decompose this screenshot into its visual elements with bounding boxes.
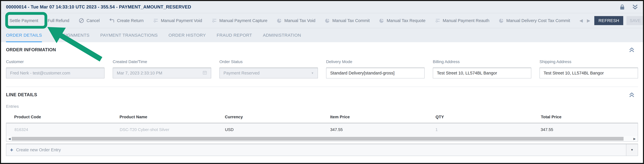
tax-pie-icon: [277, 18, 282, 23]
refresh-button[interactable]: REFRESH: [594, 16, 623, 25]
created-datetime-label: Created Date/Time: [113, 59, 211, 64]
cell-product-name: DSC-T20 Cyber-shot Silver: [112, 127, 217, 132]
column-product-name: Product Name: [112, 115, 217, 119]
shipping-address-field-group: Shipping Address Test Street 10, LL574BL…: [540, 59, 638, 78]
shipping-address-label: Shipping Address: [540, 59, 638, 64]
scroll-right-arrow[interactable]: ▶: [632, 137, 637, 140]
title-bar: 00000014 - Tue Mar 07 14:33:10 UTC 2023 …: [1, 1, 643, 13]
customer-label: Customer: [6, 59, 104, 64]
tab-administration[interactable]: ADMINISTRATION: [263, 28, 301, 42]
billing-address-label: Billing Address: [433, 59, 531, 64]
manual-tax-requote-button[interactable]: Manual Tax Requote: [379, 18, 425, 23]
created-datetime-field-group: Created Date/Time Mar 7, 2023 2:33:10 PM: [113, 59, 211, 78]
delivery-mode-label: Delivery Mode: [326, 59, 424, 64]
cell-item-price: 347.55: [322, 127, 427, 132]
order-details-panel: ORDER INFORMATION Customer Fred Nerk - t…: [1, 42, 643, 163]
manual-tax-commit-label: Manual Tax Commit: [332, 18, 370, 23]
create-new-order-entry-button[interactable]: + Create new Order Entry: [6, 144, 626, 156]
manual-tax-requote-label: Manual Tax Requote: [386, 18, 425, 23]
horizontal-scrollbar: ◀ ▶: [6, 136, 638, 141]
shipping-address-value: Test Street 10, LL574BL Bangor: [544, 71, 634, 75]
payment-key-icon: [153, 18, 158, 23]
entries-table: 816324 DSC-T20 Cyber-shot Silver USD 347…: [6, 123, 638, 142]
entries-table-header: Product Code Product Name Currency Item …: [6, 115, 638, 119]
created-datetime-field: Mar 7, 2023 2:33:10 PM: [113, 68, 211, 78]
next-item-arrow[interactable]: ▶: [587, 18, 590, 23]
create-entry-dropdown-button[interactable]: ▼: [626, 144, 638, 156]
tab-order-details[interactable]: ORDER DETAILS: [6, 28, 42, 42]
order-tabs: ORDER DETAILS CONSIGNMENTS PAYMENT TRANS…: [1, 28, 643, 42]
delivery-mode-field-group: Delivery Mode Standard Delivery[standard…: [326, 59, 424, 78]
manual-payment-void-button[interactable]: Manual Payment Void: [153, 18, 202, 23]
shipping-address-field[interactable]: Test Street 10, LL574BL Bangor: [540, 68, 638, 78]
full-refund-button[interactable]: Full Refund: [48, 18, 69, 23]
tax-pie-icon: [379, 18, 384, 23]
manual-payment-void-label: Manual Payment Void: [161, 18, 202, 23]
tab-consignments[interactable]: CONSIGNMENTS: [53, 28, 90, 42]
create-return-button[interactable]: Create Return: [109, 18, 144, 23]
manual-payment-capture-label: Manual Payment Capture: [220, 18, 268, 23]
customer-field-group: Customer Fred Nerk - test@customer.com: [6, 59, 104, 78]
chevron-down-icon: ▼: [630, 148, 634, 152]
manual-payment-reauth-label: Manual Payment Reauth: [443, 18, 489, 23]
column-product-code: Product Code: [6, 115, 112, 119]
column-qty: QTY: [428, 115, 533, 119]
toolbar-right-controls: ◀ ▶ REFRESH SAVE: [580, 16, 644, 25]
order-information-heading: ORDER INFORMATION: [6, 47, 56, 52]
tab-fraud-report[interactable]: FRAUD REPORT: [216, 28, 252, 42]
order-status-value: Payment Reserved: [224, 71, 309, 75]
order-status-label: Order Status: [220, 59, 318, 64]
tab-payment-transactions[interactable]: PAYMENT TRANSACTIONS: [100, 28, 158, 42]
cancel-label: Cancel: [86, 18, 100, 23]
previous-item-arrow[interactable]: ◀: [580, 18, 583, 23]
payment-key-icon: [212, 18, 217, 23]
order-backoffice-window: 00000014 - Tue Mar 07 14:33:10 UTC 2023 …: [0, 0, 644, 164]
double-chevron-down-icon[interactable]: [632, 4, 638, 10]
scrollbar-thumb[interactable]: [12, 137, 624, 141]
actions-toolbar: Settle Payment Full Refund Cancel Create…: [1, 13, 643, 28]
billing-address-value: Test Street 10, LL574BL Bangor: [437, 71, 527, 75]
save-button[interactable]: SAVE: [626, 16, 644, 25]
column-total-price: Total Price: [532, 115, 638, 119]
created-datetime-value: Mar 7, 2023 2:33:10 PM: [117, 71, 200, 75]
title-bar-icons: [620, 4, 638, 10]
cancel-icon: [79, 18, 84, 23]
manual-delivery-cost-tax-commit-button[interactable]: Manual Delivery Cost Tax Commit: [499, 18, 570, 23]
manual-tax-commit-button[interactable]: Manual Tax Commit: [325, 18, 370, 23]
manual-delivery-cost-tax-commit-label: Manual Delivery Cost Tax Commit: [506, 18, 570, 23]
chevron-down-icon: ▼: [311, 72, 314, 75]
tab-order-history[interactable]: ORDER HISTORY: [168, 28, 206, 42]
create-new-order-entry-row[interactable]: + Create new Order Entry ▼: [6, 144, 638, 156]
settle-payment-button[interactable]: Settle Payment: [10, 18, 38, 23]
scroll-left-arrow[interactable]: ◀: [7, 137, 12, 140]
manual-payment-capture-button[interactable]: Manual Payment Capture: [212, 18, 268, 23]
cell-total-price: 347.55: [532, 127, 638, 132]
lock-icon[interactable]: [620, 4, 624, 10]
collapse-line-details-icon[interactable]: [629, 92, 634, 97]
return-arrow-icon: [109, 18, 114, 23]
full-refund-label: Full Refund: [48, 18, 69, 23]
column-currency: Currency: [216, 115, 322, 119]
delivery-mode-value: Standard Delivery[standard-gross]: [330, 71, 420, 75]
order-information-fields: Customer Fred Nerk - test@customer.com C…: [6, 59, 638, 78]
billing-address-field-group: Billing Address Test Street 10, LL574BL …: [433, 59, 531, 78]
cell-qty: 1: [427, 127, 532, 132]
create-entry-label: Create new Order Entry: [16, 148, 61, 152]
settle-payment-label: Settle Payment: [10, 18, 38, 23]
cancel-button[interactable]: Cancel: [79, 18, 100, 23]
line-details-heading: LINE DETAILS: [6, 92, 37, 97]
calendar-icon: [202, 70, 207, 76]
manual-tax-void-button[interactable]: Manual Tax Void: [277, 18, 315, 23]
collapse-order-information-icon[interactable]: [629, 47, 634, 52]
billing-address-field[interactable]: Test Street 10, LL574BL Bangor: [433, 68, 531, 78]
delivery-mode-field[interactable]: Standard Delivery[standard-gross]: [326, 68, 424, 78]
entries-label: Entries: [6, 104, 638, 109]
customer-field: Fred Nerk - test@customer.com: [6, 68, 104, 78]
column-item-price: Item Price: [322, 115, 428, 119]
order-status-field-group: Order Status Payment Reserved ▼: [220, 59, 318, 78]
customer-value: Fred Nerk - test@customer.com: [10, 71, 100, 75]
cell-currency: USD: [217, 127, 322, 132]
manual-payment-reauth-button[interactable]: Manual Payment Reauth: [435, 18, 489, 23]
manual-tax-void-label: Manual Tax Void: [284, 18, 315, 23]
table-row[interactable]: 816324 DSC-T20 Cyber-shot Silver USD 347…: [6, 123, 638, 136]
